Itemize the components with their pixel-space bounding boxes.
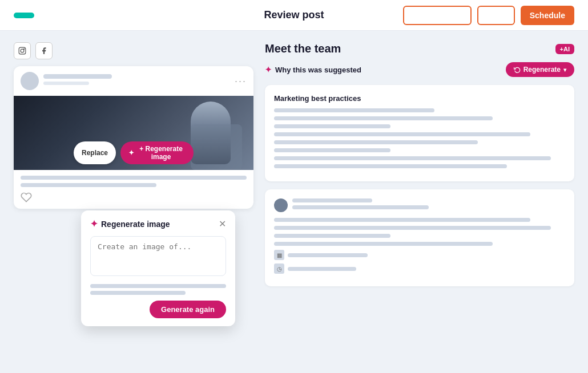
post-image: Replace ✦ + Regenerate image <box>14 96 253 170</box>
card2-body-line-3 <box>274 234 390 238</box>
generate-again-button[interactable]: Generate again <box>150 301 226 318</box>
card2-body-line-4 <box>274 242 493 246</box>
right-panel: Meet the team +AI ✦ Why this was suggest… <box>265 42 574 362</box>
regenerate-button[interactable]: Regenerate ▾ <box>506 62 574 77</box>
card2-line-1 <box>292 198 372 202</box>
card1-line-6 <box>274 148 390 152</box>
card2-lines <box>292 198 565 212</box>
card1-title: Marketing best practices <box>274 94 565 103</box>
logo <box>14 13 34 18</box>
like-icon[interactable] <box>21 192 32 203</box>
card2-header <box>274 198 565 212</box>
chevron-down-icon: ▾ <box>563 67 566 73</box>
post-card-header: ··· <box>14 66 253 96</box>
clock-icon: ◷ <box>274 263 284 274</box>
card2-footer-row-2: ◷ <box>274 263 565 274</box>
svg-rect-0 <box>19 47 26 54</box>
right-panel-title: Meet the team <box>265 42 341 55</box>
calendar-icon: ▦ <box>274 250 284 260</box>
right-panel-header: Meet the team +AI <box>265 42 574 55</box>
regenerate-popup: ✦ Regenerate image ✕ Generate again <box>81 210 235 326</box>
footer-actions <box>21 192 247 203</box>
schedule-button[interactable]: Schedule <box>521 6 574 25</box>
popup-title: ✦ Regenerate image <box>90 218 170 229</box>
card1-line-4 <box>274 132 530 136</box>
card2-line-2 <box>292 205 429 209</box>
regen-line-1 <box>90 284 226 288</box>
card1-line-1 <box>274 108 434 112</box>
card1-line-2 <box>274 116 493 120</box>
image-prompt-textarea[interactable] <box>90 236 226 276</box>
header-lines <box>43 74 230 88</box>
card1-line-7 <box>274 156 551 160</box>
ai-badge: +AI <box>555 44 574 54</box>
card2-avatar <box>274 198 288 212</box>
nav-button-2[interactable] <box>477 6 515 25</box>
card1-line-3 <box>274 124 390 128</box>
left-panel: ··· Replace ✦ + Regenerate image <box>14 42 253 362</box>
main-content: ··· Replace ✦ + Regenerate image <box>0 31 588 373</box>
platform-icons <box>14 42 253 59</box>
sparkle-icon: ✦ <box>90 218 98 229</box>
regen-line-2 <box>90 291 186 295</box>
card1-line-5 <box>274 140 478 144</box>
nav-button-1[interactable] <box>403 6 472 25</box>
card2-footer-row-1: ▦ <box>274 250 565 260</box>
why-text: ✦ Why this was suggested <box>265 65 361 74</box>
post-card-footer <box>14 170 253 209</box>
replace-button[interactable]: Replace <box>74 141 116 164</box>
svg-point-2 <box>24 48 25 49</box>
regenerate-icon <box>514 66 521 73</box>
instagram-icon[interactable] <box>14 42 31 59</box>
card2-body-line-1 <box>274 218 530 222</box>
why-suggested: ✦ Why this was suggested Regenerate ▾ <box>265 62 574 77</box>
facebook-icon[interactable] <box>35 42 53 59</box>
name-line <box>43 74 112 79</box>
page-title: Review post <box>264 9 324 21</box>
image-actions: Replace ✦ + Regenerate image <box>74 141 194 164</box>
content-cards: Marketing best practices <box>265 85 574 286</box>
sparkle-why-icon: ✦ <box>265 65 272 74</box>
regenerate-image-button[interactable]: ✦ + Regenerate image <box>120 141 194 164</box>
card1-line-8 <box>274 164 507 168</box>
card2-footer-line-2 <box>288 267 356 271</box>
post-card: ··· Replace ✦ + Regenerate image <box>14 66 253 209</box>
footer-line-1 <box>21 176 247 180</box>
card2-body-line-2 <box>274 226 551 230</box>
post-menu-dots[interactable]: ··· <box>235 75 247 87</box>
regen-lines <box>90 284 226 295</box>
card2-footer-line-1 <box>288 253 368 257</box>
nav-actions: Schedule <box>403 6 574 25</box>
top-nav: Review post Schedule <box>0 0 588 31</box>
marketing-card: Marketing best practices <box>265 85 574 181</box>
popup-header: ✦ Regenerate image ✕ <box>90 218 226 229</box>
footer-line-2 <box>21 183 156 187</box>
image-surface <box>191 124 242 170</box>
sparkle-icon: ✦ <box>128 149 134 157</box>
svg-point-1 <box>21 49 24 52</box>
close-button[interactable]: ✕ <box>219 218 226 229</box>
sub-line <box>43 82 89 85</box>
team-card: ▦ ◷ <box>265 189 574 286</box>
avatar <box>21 72 39 90</box>
